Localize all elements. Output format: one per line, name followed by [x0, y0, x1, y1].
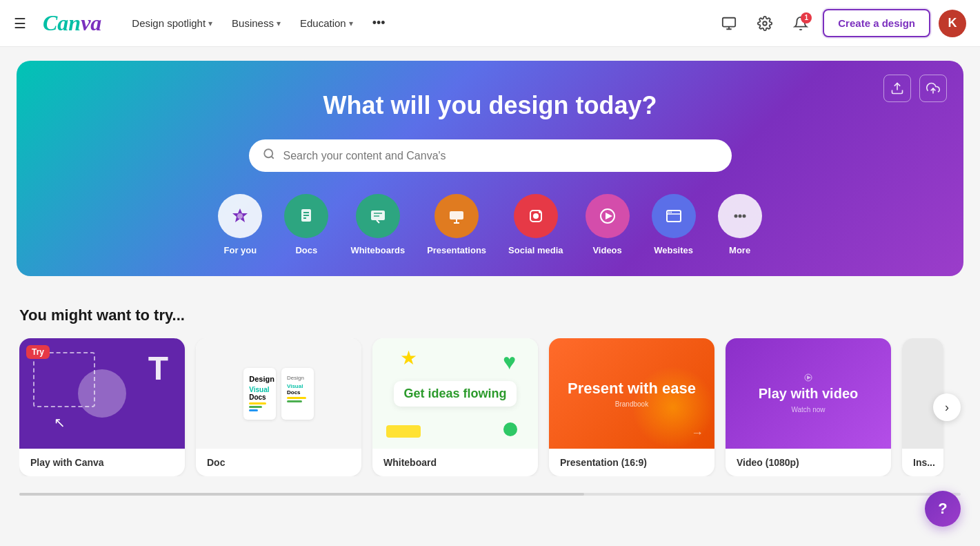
- notifications-button[interactable]: 1: [787, 10, 814, 37]
- quick-item-for-you[interactable]: For you: [218, 194, 262, 255]
- svg-marker-31: [807, 376, 811, 380]
- chevron-down-icon: ▾: [277, 19, 281, 28]
- svg-point-27: [734, 215, 737, 218]
- nav-design-spotlight[interactable]: Design spotlight ▾: [123, 12, 221, 35]
- hero-section: What will you design today? For you Docs: [17, 61, 963, 276]
- svg-line-14: [377, 220, 379, 223]
- notification-badge: 1: [801, 12, 812, 23]
- search-bar[interactable]: [249, 139, 732, 172]
- navbar: ☰ Canva Design spotlight ▾ Business ▾ Ed…: [0, 0, 980, 47]
- search-input[interactable]: [283, 150, 718, 162]
- try-badge: Try: [26, 345, 50, 359]
- card-whiteboard-label: Whiteboard: [372, 449, 538, 476]
- svg-point-4: [264, 149, 272, 157]
- hero-action-icons: [883, 75, 947, 102]
- try-section-title: You might want to try...: [19, 306, 961, 324]
- chevron-right-icon: ›: [945, 400, 949, 415]
- quick-item-more[interactable]: More: [718, 194, 762, 255]
- svg-marker-22: [606, 213, 612, 220]
- settings-icon-button[interactable]: [751, 10, 779, 37]
- svg-line-5: [271, 156, 273, 158]
- page-scrollbar-thumb: [19, 493, 584, 496]
- cards-row: T ↖ Try Play with Canva Design Visual: [19, 338, 961, 476]
- svg-point-26: [670, 212, 672, 213]
- card-doc-label: Doc: [196, 449, 361, 476]
- card-video[interactable]: Play with video Watch now Video (1080p): [726, 338, 891, 476]
- chevron-down-icon: ▾: [349, 19, 353, 28]
- create-design-button[interactable]: Create a design: [823, 9, 930, 37]
- monitor-icon-button[interactable]: [715, 10, 743, 37]
- user-avatar[interactable]: K: [939, 10, 966, 37]
- upload-icon-button[interactable]: [883, 75, 911, 102]
- cloud-upload-icon-button[interactable]: [919, 75, 947, 102]
- canva-logo[interactable]: Canva: [43, 10, 101, 36]
- card-video-label: Video (1080p): [726, 449, 891, 476]
- svg-point-28: [738, 215, 741, 218]
- quick-icons-row: For you Docs Whiteboards Presentations: [44, 194, 936, 255]
- nav-more-dots[interactable]: •••: [364, 10, 394, 36]
- svg-point-19: [533, 213, 539, 219]
- svg-rect-15: [450, 211, 463, 220]
- nav-right: 1 Create a design K: [715, 9, 966, 37]
- card-presentation-label: Presentation (16:9): [549, 449, 714, 476]
- hamburger-icon[interactable]: ☰: [14, 15, 26, 32]
- hero-title: What will you design today?: [44, 91, 936, 120]
- card-presentation[interactable]: Present with ease Brandbook → Presentati…: [549, 338, 714, 476]
- svg-point-29: [742, 215, 746, 218]
- quick-item-websites[interactable]: Websites: [652, 194, 696, 255]
- svg-rect-11: [371, 211, 385, 220]
- card-whiteboard[interactable]: ★ ♥ Get ideas flowing Whiteboard: [372, 338, 538, 476]
- quick-item-social-media[interactable]: Social media: [508, 194, 563, 255]
- card-play-canva-label: Play with Canva: [19, 449, 185, 476]
- svg-point-6: [237, 213, 243, 219]
- chevron-down-icon: ▾: [208, 19, 212, 28]
- try-section: You might want to try... T ↖ Try Play wi…: [0, 290, 980, 476]
- quick-item-whiteboards[interactable]: Whiteboards: [350, 194, 405, 255]
- page-scrollbar: [19, 493, 961, 496]
- quick-item-videos[interactable]: Videos: [586, 194, 630, 255]
- nav-menu: Design spotlight ▾ Business ▾ Education …: [123, 10, 393, 36]
- carousel-next-button[interactable]: ›: [933, 393, 961, 421]
- card-play-canva[interactable]: T ↖ Try Play with Canva: [19, 338, 185, 476]
- nav-education[interactable]: Education ▾: [292, 12, 361, 35]
- card-instagram-label: Ins...: [902, 449, 943, 476]
- quick-item-presentations[interactable]: Presentations: [427, 194, 486, 255]
- quick-item-docs[interactable]: Docs: [284, 194, 328, 255]
- svg-point-25: [668, 212, 670, 213]
- svg-point-20: [539, 211, 541, 213]
- card-doc[interactable]: Design Visual Docs Design Visual Docs: [196, 338, 361, 476]
- cards-container: T ↖ Try Play with Canva Design Visual: [19, 338, 961, 476]
- svg-rect-0: [723, 17, 735, 26]
- svg-point-1: [763, 21, 768, 26]
- nav-business[interactable]: Business ▾: [223, 12, 289, 35]
- search-icon: [263, 148, 275, 164]
